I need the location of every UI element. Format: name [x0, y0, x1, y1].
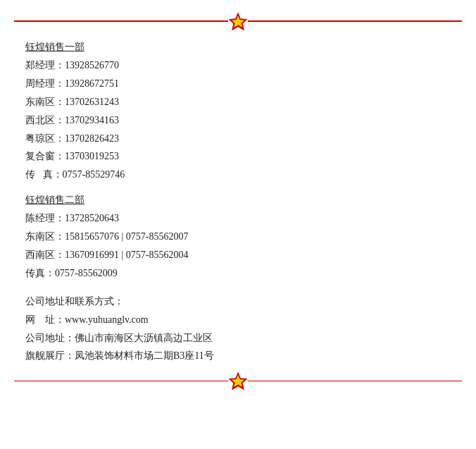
section-2-title: 钰煌销售二部: [25, 194, 462, 207]
address-line-2: 旗舰展厅：凤池装饰材料市场二期B3座11号: [25, 347, 462, 365]
bottom-divider-right-line: [248, 381, 462, 382]
section-2-lines: 陈经理：13728520643 东南区：15815657076 | 0757-8…: [25, 209, 462, 283]
section-2-line-1: 东南区：15815657076 | 0757-85562007: [25, 228, 462, 246]
section-1-line-0: 郑经理：13928526770: [25, 56, 462, 75]
page-wrapper: 钰煌销售一部 郑经理：13928526770 周经理：13928672751 东…: [0, 0, 476, 399]
top-star-icon: [228, 11, 248, 31]
section-sales-2: 钰煌销售二部 陈经理：13728520643 东南区：15815657076 |…: [25, 194, 462, 283]
top-divider-right-line: [248, 20, 462, 22]
address-title: 公司地址和联系方式：: [25, 293, 462, 311]
section-sales-1: 钰煌销售一部 郑经理：13928526770 周经理：13928672751 东…: [25, 41, 462, 184]
section-1-line-5: 复合窗：13703019253: [25, 147, 462, 166]
section-address: 公司地址和联系方式： 网 址：www.yuhuanglv.com 公司地址：佛山…: [25, 293, 462, 366]
section-2-line-0: 陈经理：13728520643: [25, 209, 462, 228]
section-2-line-2: 西南区：13670916991 | 0757-85562004: [25, 246, 462, 264]
top-divider: [14, 11, 462, 31]
top-divider-left-line: [14, 20, 228, 22]
address-line-0: 网 址：www.yuhuanglv.com: [25, 311, 462, 329]
section-1-line-6: 传 真：0757-85529746: [25, 166, 462, 184]
section-1-lines: 郑经理：13928526770 周经理：13928672751 东南区：1370…: [25, 56, 462, 184]
section-2-line-3: 传真：0757-85562009: [25, 264, 462, 283]
bottom-divider: [14, 371, 462, 390]
address-line-1: 公司地址：佛山市南海区大沥镇高边工业区: [25, 329, 462, 347]
section-1-line-4: 粤琼区：13702826423: [25, 130, 462, 148]
section-1-line-2: 东南区：13702631243: [25, 93, 462, 111]
bottom-divider-left-line: [14, 381, 228, 382]
section-1-title: 钰煌销售一部: [25, 41, 462, 54]
section-1-line-1: 周经理：13928672751: [25, 75, 462, 93]
bottom-star-icon: [228, 371, 248, 390]
section-1-line-3: 西北区：13702934163: [25, 111, 462, 130]
